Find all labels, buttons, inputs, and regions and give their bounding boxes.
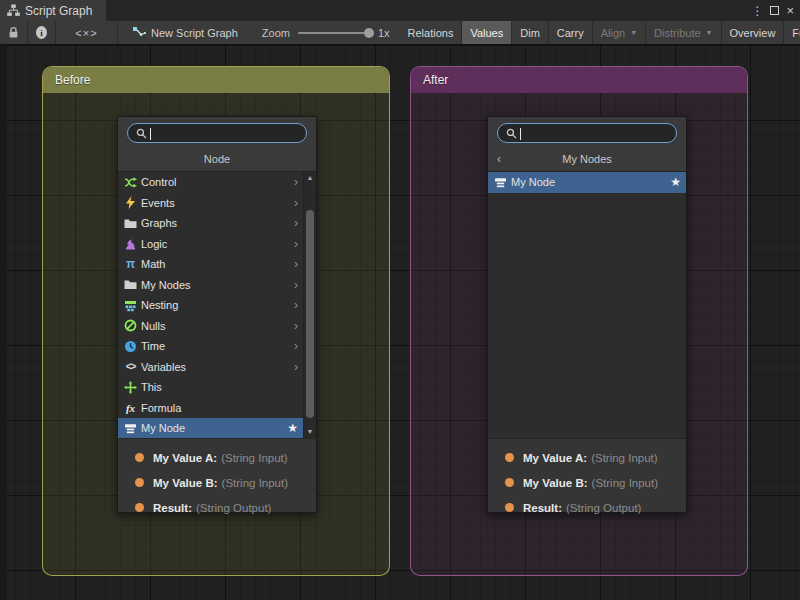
back-chevron-icon[interactable]: ‹ [497, 148, 501, 171]
list-item-label: Logic [141, 238, 167, 250]
zoom-control: Zoom 1x [252, 21, 400, 44]
zoom-label: Zoom [262, 27, 290, 39]
port-row: My Value A: (String Input) [488, 445, 686, 470]
canvas-left-edge [0, 45, 7, 600]
list-item-formula[interactable]: fx Formula [118, 398, 316, 419]
list-item-this[interactable]: This [118, 377, 316, 398]
nulls-icon [123, 319, 138, 332]
relations-button[interactable]: Relations [400, 21, 463, 44]
new-script-graph-button[interactable]: New Script Graph [118, 21, 252, 44]
node-preview: My Value A: (String Input) My Value B: (… [488, 438, 686, 512]
list-item-time[interactable]: Time › [118, 336, 316, 357]
port-row: Result: (String Output) [118, 495, 316, 520]
list-item-nesting[interactable]: Nesting › [118, 295, 316, 316]
chevron-right-icon: › [294, 360, 298, 374]
finder-header-label: My Nodes [562, 153, 612, 165]
port-dot [135, 453, 144, 462]
port-dot [505, 478, 514, 487]
graph-canvas[interactable]: Before After Node Control [0, 45, 800, 600]
tab-script-graph[interactable]: Script Graph [0, 0, 106, 21]
zoom-slider[interactable] [298, 32, 370, 34]
port-row: My Value A: (String Input) [118, 445, 316, 470]
list-item-label: My Nodes [141, 279, 191, 291]
variables-icon: <> [123, 361, 138, 372]
full-screen-label: Full Screen [792, 27, 800, 39]
fuzzy-finder-after: ‹ My Nodes My Node ★ My Value A: (String… [487, 116, 687, 513]
port-type: (String Input) [222, 477, 288, 489]
star-icon[interactable]: ★ [670, 175, 681, 189]
port-type: (String Input) [592, 477, 658, 489]
node-list: My Node ★ [488, 171, 686, 438]
chevron-right-icon: › [294, 257, 298, 271]
close-icon[interactable]: × [786, 4, 794, 17]
scroll-up-icon[interactable]: ▲ [304, 172, 316, 184]
port-label: My Value B: [523, 477, 588, 489]
zoom-slider-thumb[interactable] [364, 28, 374, 38]
chevron-right-icon: › [294, 196, 298, 210]
port-row: Result: (String Output) [488, 495, 686, 520]
port-dot [135, 478, 144, 487]
script-graph-window: Script Graph ⋮ × i <×> [0, 0, 800, 600]
overview-button[interactable]: Overview [722, 21, 785, 44]
star-icon[interactable]: ★ [287, 421, 298, 435]
values-button[interactable]: Values [462, 21, 512, 44]
align-button[interactable]: Align▼ [593, 21, 646, 44]
fuzzy-finder-before: Node Control › Events › Graphs › [117, 116, 317, 513]
group-before-header[interactable]: Before [43, 67, 389, 93]
folder-icon [123, 278, 138, 291]
relations-label: Relations [408, 27, 454, 39]
node-search-input[interactable] [521, 127, 668, 139]
lock-button[interactable] [0, 21, 28, 44]
node-search-box[interactable] [497, 123, 677, 143]
list-item-logic[interactable]: Logic › [118, 234, 316, 255]
inspect-button[interactable]: i [28, 21, 56, 44]
graph-toolbar: i <×> New Script Graph Zoom 1x Relations… [0, 21, 800, 45]
port-label: My Value B: [153, 477, 218, 489]
code-preview-button[interactable]: <×> [56, 21, 118, 44]
node-search-input[interactable] [151, 127, 298, 139]
list-item-my-node[interactable]: My Node ★ [488, 172, 686, 193]
window-menu-icon[interactable]: ⋮ [751, 5, 763, 17]
carry-label: Carry [557, 27, 584, 39]
list-item-label: Nulls [141, 320, 165, 332]
graph-node-icon [132, 26, 146, 39]
this-icon [123, 381, 138, 394]
list-item-events[interactable]: Events › [118, 193, 316, 214]
my-node-icon [123, 422, 138, 435]
chevron-down-icon: ▼ [630, 29, 637, 36]
folder-icon [123, 217, 138, 230]
node-search-box[interactable] [127, 123, 307, 143]
list-item-label: Nesting [141, 299, 178, 311]
list-item-my-nodes[interactable]: My Nodes › [118, 275, 316, 296]
maximize-icon[interactable] [770, 6, 779, 15]
carry-button[interactable]: Carry [549, 21, 593, 44]
chevron-right-icon: › [294, 237, 298, 251]
info-icon: i [36, 26, 47, 39]
code-icon: <×> [75, 27, 97, 39]
list-item-math[interactable]: π Math › [118, 254, 316, 275]
list-item-label: Control [141, 176, 176, 188]
list-item-graphs[interactable]: Graphs › [118, 213, 316, 234]
full-screen-button[interactable]: Full Screen [784, 21, 800, 44]
scrollbar-thumb[interactable] [306, 210, 314, 418]
node-preview: My Value A: (String Input) My Value B: (… [118, 438, 316, 512]
scroll-down-icon[interactable]: ▼ [304, 426, 316, 438]
list-item-nulls[interactable]: Nulls › [118, 316, 316, 337]
port-type: (String Output) [566, 502, 641, 514]
new-script-graph-label: New Script Graph [151, 27, 238, 39]
dim-button[interactable]: Dim [512, 21, 549, 44]
control-icon [123, 176, 138, 189]
tab-title: Script Graph [25, 4, 92, 18]
list-item-control[interactable]: Control › [118, 172, 316, 193]
list-item-label: My Node [141, 422, 185, 434]
list-item-my-node[interactable]: My Node ★ [118, 418, 316, 438]
events-icon [123, 196, 138, 209]
list-item-label: My Node [511, 176, 555, 188]
distribute-label: Distribute [654, 27, 700, 39]
list-item-variables[interactable]: <> Variables › [118, 357, 316, 378]
chevron-down-icon: ▼ [706, 29, 713, 36]
list-scrollbar[interactable]: ▲ ▼ [303, 172, 316, 438]
distribute-button[interactable]: Distribute▼ [646, 21, 721, 44]
text-caret [150, 128, 151, 140]
group-after-header[interactable]: After [411, 67, 747, 93]
